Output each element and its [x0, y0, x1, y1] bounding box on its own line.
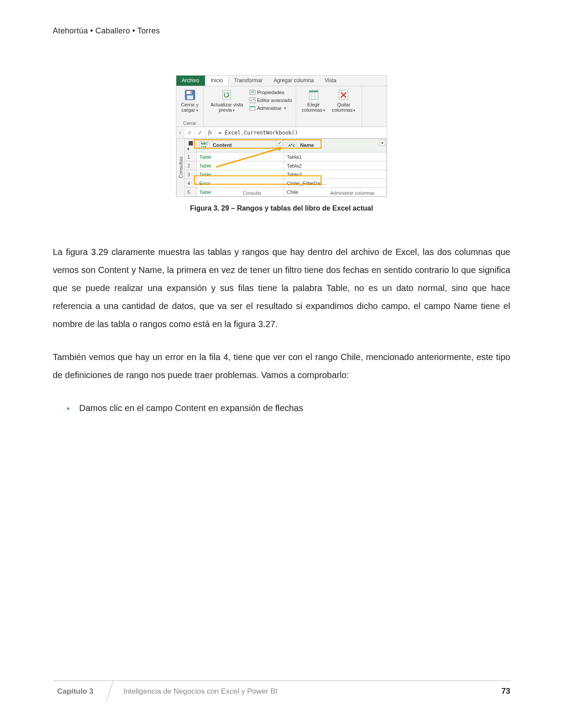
formula-bar: › ✕ ✓ fx = Excel.CurrentWorkbook() [176, 127, 387, 138]
table-row[interactable]: 2 Table Tabla2 [185, 161, 387, 170]
advanced-editor-label: Editor avanzado [257, 98, 292, 103]
table-row[interactable]: 4 Error Chile!_FilterDat... [185, 179, 387, 188]
filter-dropdown-icon[interactable]: ▾ [379, 140, 385, 146]
remove-cols-label: Quitar columnas [330, 102, 357, 113]
choose-columns-icon [307, 89, 320, 101]
paragraph: También vemos que hay un error en la fil… [53, 348, 510, 384]
type-any-icon: ABC 123 [199, 142, 209, 149]
cell-content[interactable]: Table [197, 170, 284, 179]
group-close-label: Cerrar [180, 120, 200, 126]
row-number: 5 [185, 188, 197, 197]
table-area: Consultas ▦▾ ABC 123 Content ⤢ [176, 138, 387, 197]
manage-label: Administrar [257, 106, 282, 111]
cell-content[interactable]: Table [197, 161, 284, 170]
list-item: Damos clic en el campo Content en expans… [79, 399, 510, 417]
fx-icon: fx [205, 127, 215, 138]
figure-3-29: Archivo Inicio Transformar Agregar colum… [53, 75, 510, 212]
row-number: 4 [185, 179, 197, 188]
save-disk-icon [184, 89, 196, 101]
footer-page-number: 73 [501, 687, 510, 696]
svg-rect-8 [250, 98, 255, 103]
row-number: 2 [185, 161, 197, 170]
refresh-preview-button[interactable]: Actualizar vista previa [207, 88, 247, 114]
content-col-label: Content [213, 142, 232, 148]
paragraph: La figura 3.29 claramente muestra las ta… [53, 243, 510, 333]
svg-rect-10 [250, 106, 255, 107]
cell-name[interactable]: Tabla3 [284, 170, 387, 179]
properties-icon [249, 89, 256, 95]
tab-vista[interactable]: Vista [319, 76, 342, 86]
formula-cancel-button[interactable]: ✕ [184, 127, 195, 138]
svg-rect-4 [223, 91, 230, 99]
group-consulta: Actualizar vista previa Propiedades [204, 86, 296, 127]
cell-content[interactable]: Table [197, 153, 284, 161]
cell-content-error[interactable]: Error [197, 179, 284, 188]
ribbon-tabs: Archivo Inicio Transformar Agregar colum… [176, 76, 387, 86]
ribbon-body: Cerrar y cargar Cerrar Actuali [176, 86, 387, 127]
manage-button[interactable]: Administrar [249, 105, 292, 112]
table-row[interactable]: 3 Table Tabla3 [185, 170, 387, 179]
manage-icon [249, 105, 256, 111]
advanced-editor-button[interactable]: Editor avanzado [249, 97, 292, 104]
choose-columns-button[interactable]: Elegir columnas [300, 88, 328, 114]
column-header-name[interactable]: AᴮC Name ▾ [284, 139, 387, 153]
tab-inicio[interactable]: Inicio [205, 76, 229, 86]
refresh-label: Actualizar vista previa [208, 102, 246, 113]
expand-icon[interactable]: ⤢ [277, 140, 283, 146]
group-query-label: Consulta [208, 190, 296, 196]
cell-name[interactable]: Chile!_FilterDat... [284, 179, 387, 188]
running-head: Atehortúa • Caballero • Torres [53, 26, 510, 36]
remove-columns-button[interactable]: Quitar columnas [329, 88, 358, 114]
queries-side-tab[interactable]: Consultas [176, 138, 184, 197]
choose-cols-label: Elegir columnas [300, 102, 327, 113]
remove-columns-icon [337, 89, 350, 101]
close-and-load-button[interactable]: Cerrar y cargar [179, 88, 201, 114]
close-load-label: Cerrar y cargar [180, 102, 200, 113]
formula-accept-button[interactable]: ✓ [195, 127, 205, 138]
formula-input[interactable]: = Excel.CurrentWorkbook() [215, 127, 387, 138]
data-grid: ▦▾ ABC 123 Content ⤢ AᴮC Name ▾ [184, 138, 387, 197]
footer-title: Inteligencia de Negocios con Excel y Pow… [115, 687, 501, 696]
svg-rect-3 [190, 91, 191, 94]
properties-label: Propiedades [257, 90, 285, 95]
svg-rect-7 [251, 92, 254, 93]
svg-rect-12 [309, 91, 318, 92]
advanced-editor-icon [249, 97, 256, 103]
footer-chapter: Capítulo 3 [53, 687, 103, 696]
row-number: 3 [185, 170, 197, 179]
column-header-content[interactable]: ABC 123 Content ⤢ [197, 139, 284, 153]
name-col-label: Name [300, 142, 314, 148]
figure-caption: Figura 3. 29 – Rangos y tablas del libro… [53, 204, 510, 212]
tab-agregar-columna[interactable]: Agregar columna [268, 76, 319, 86]
group-cols-label: Administrar columnas [322, 190, 383, 196]
cell-name[interactable]: Tabla1 [284, 153, 387, 161]
row-number: 1 [185, 153, 197, 161]
cell-name[interactable]: Tabla2 [284, 161, 387, 170]
table-icon: ▦ [187, 140, 194, 146]
type-text-icon: AᴮC [287, 143, 297, 149]
tab-transformar[interactable]: Transformar [229, 76, 268, 86]
page-footer: Capítulo 3 Inteligencia de Negocios con … [53, 681, 510, 702]
footer-divider [103, 681, 115, 702]
svg-rect-6 [251, 91, 254, 92]
power-query-window: Archivo Inicio Transformar Agregar colum… [176, 75, 387, 197]
svg-rect-2 [187, 95, 193, 99]
properties-button[interactable]: Propiedades [249, 89, 292, 96]
group-columns: Elegir columnas Quitar columnas Administ… [296, 86, 362, 127]
queries-pane-toggle[interactable]: › [176, 127, 184, 138]
table-corner[interactable]: ▦▾ [185, 139, 197, 153]
group-cerrar: Cerrar y cargar Cerrar [176, 86, 204, 127]
tab-archivo[interactable]: Archivo [176, 76, 205, 86]
table-row[interactable]: 1 Table Tabla1 [185, 153, 387, 161]
refresh-icon [221, 89, 233, 101]
